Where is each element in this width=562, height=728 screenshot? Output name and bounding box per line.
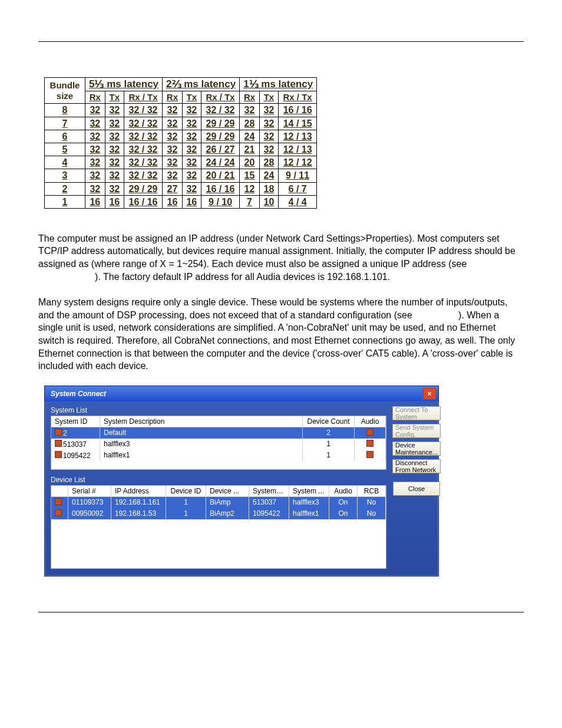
device-list[interactable]: Serial # IP Address Device ID Device ...… (51, 485, 386, 569)
sub-header: Rx (163, 91, 183, 104)
system-connect-dialog: System Connect × System List System ID S… (44, 386, 439, 577)
group-1ms: 1⅓ ms latency (240, 78, 317, 91)
sub-header: Rx (85, 91, 105, 104)
col-system-id2[interactable]: System ID (249, 486, 289, 496)
table-row: 2323229 / 29273216 / 1612186 / 7 (45, 182, 317, 195)
list-item[interactable]: 00950092192.168.1.531BiAmp21095422halffl… (51, 508, 386, 519)
single-device-paragraph: Many system designs require only a singl… (38, 296, 524, 373)
sub-header: Rx / Tx (279, 91, 317, 104)
table-row: 1161616 / 1616169 / 107104 / 4 (45, 195, 317, 208)
dialog-titlebar: System Connect × (45, 386, 438, 401)
connect-to-system-button[interactable]: Connect To System (392, 406, 441, 420)
col-serial[interactable]: Serial # (68, 486, 111, 496)
col-audio[interactable]: Audio (355, 416, 386, 427)
col-system-desc[interactable]: System Description (100, 416, 303, 427)
col-system-id[interactable]: System ID (51, 416, 100, 427)
table-row: 5323232 / 32323226 / 27213212 / 13 (45, 143, 317, 156)
list-item[interactable]: 1095422halfflex11 (51, 450, 386, 461)
sub-header: Rx / Tx (201, 91, 239, 104)
top-rule (38, 41, 524, 42)
close-icon[interactable]: × (423, 388, 436, 400)
col-ip[interactable]: IP Address (111, 486, 166, 496)
group-5ms: 5⅓ ms latency (85, 78, 163, 91)
sub-header: Rx / Tx (124, 91, 162, 104)
dialog-title: System Connect (51, 390, 106, 398)
table-row: 4323232 / 32323224 / 24202812 / 12 (45, 156, 317, 169)
col-audio2[interactable]: Audio (329, 486, 358, 496)
send-system-config-button[interactable]: Send System Config. (392, 424, 441, 438)
table-row: 7323232 / 32323229 / 29283214 / 15 (45, 117, 317, 130)
hardware-link[interactable]: Hardware (415, 310, 455, 320)
sub-header: Rx (240, 91, 260, 104)
table-row: 8323232 / 32323232 / 32323216 / 16 (45, 104, 317, 117)
device-list-label: Device List (51, 476, 386, 484)
bundle-size-header: Bundlesize (45, 78, 85, 104)
sub-header: Tx (182, 91, 201, 104)
bottom-rule (38, 612, 524, 612)
list-item[interactable]: 513037halfflex31 (51, 439, 386, 450)
col-device-count[interactable]: Device Count (303, 416, 355, 427)
group-2ms: 2⅔ ms latency (163, 78, 240, 91)
close-button[interactable]: Close (393, 482, 440, 496)
ip-address-paragraph: The computer must be assigned an IP addr… (38, 232, 524, 283)
latency-table: Bundlesize 5⅓ ms latency 2⅔ ms latency 1… (44, 77, 317, 209)
col-rcb[interactable]: RCB (358, 486, 386, 496)
system-list-label: System List (51, 406, 386, 414)
system-list[interactable]: System ID System Description Device Coun… (51, 416, 386, 470)
device-maintenance-button[interactable]: Device Maintenance... (392, 442, 441, 456)
col-device-id[interactable]: Device ID (166, 486, 206, 496)
col-device[interactable]: Device ... (206, 486, 249, 496)
list-item[interactable]: 01109373192.168.1.1611BiAmp513037halffle… (51, 497, 386, 508)
table-row: 3323232 / 32323220 / 2115249 / 11 (45, 169, 317, 182)
sub-header: Tx (259, 91, 278, 104)
list-item[interactable]: 2Default2 (51, 427, 386, 439)
sub-header: Tx (105, 91, 124, 104)
table-row: 6323232 / 32323229 / 29243212 / 13 (45, 130, 317, 143)
disconnect-from-network-button[interactable]: Disconnect From Network (392, 459, 441, 473)
col-system[interactable]: System ... (289, 486, 329, 496)
